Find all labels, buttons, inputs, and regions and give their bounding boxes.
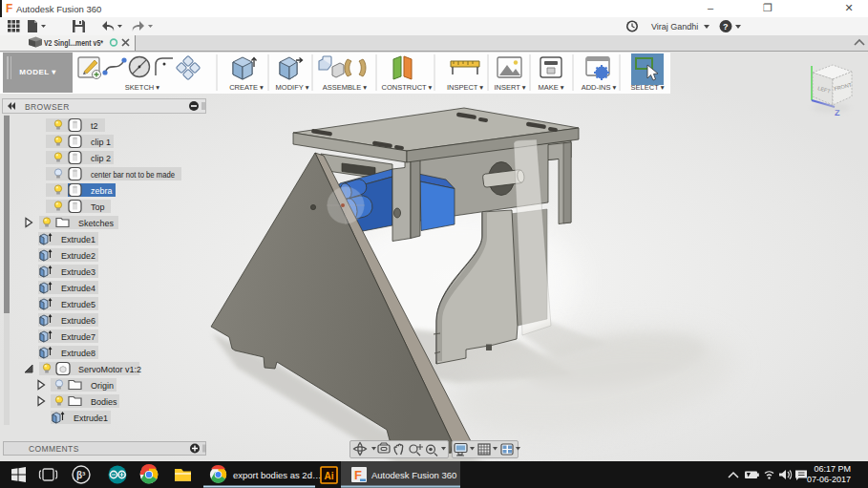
svg-text:Extrude4: Extrude4 bbox=[61, 284, 95, 293]
svg-text:Extrude7: Extrude7 bbox=[61, 332, 95, 342]
svg-text:Origin: Origin bbox=[91, 381, 114, 391]
svg-text:SKETCH ▾: SKETCH ▾ bbox=[125, 83, 160, 92]
svg-text:clip 2: clip 2 bbox=[91, 154, 111, 163]
svg-text:V2 Singl...ment v5*: V2 Singl...ment v5* bbox=[44, 38, 104, 48]
svg-text:Bodies: Bodies bbox=[91, 397, 117, 407]
svg-text:ADD-INS ▾: ADD-INS ▾ bbox=[582, 83, 617, 92]
svg-text:MAKE ▾: MAKE ▾ bbox=[538, 83, 563, 92]
svg-text:ASSEMBLE ▾: ASSEMBLE ▾ bbox=[323, 83, 368, 92]
svg-text:Autodesk Fusion 360: Autodesk Fusion 360 bbox=[371, 470, 456, 480]
svg-text:Extrude1: Extrude1 bbox=[61, 235, 95, 244]
svg-text:center bar not to be made: center bar not to be made bbox=[91, 170, 175, 180]
svg-text:Ai: Ai bbox=[325, 471, 334, 481]
svg-text:t2: t2 bbox=[91, 121, 98, 131]
svg-text:CREATE ▾: CREATE ▾ bbox=[229, 83, 264, 92]
svg-text:Top: Top bbox=[91, 202, 105, 212]
svg-text:export bodies as 2d…: export bodies as 2d… bbox=[233, 470, 321, 480]
svg-text:zebra: zebra bbox=[91, 186, 113, 196]
svg-text:Extrude5: Extrude5 bbox=[61, 300, 95, 309]
svg-text:MODIFY ▾: MODIFY ▾ bbox=[276, 83, 309, 92]
svg-text:β³: β³ bbox=[76, 470, 86, 480]
svg-text:Sketches: Sketches bbox=[78, 219, 115, 228]
svg-text:Extrude2: Extrude2 bbox=[61, 251, 95, 261]
svg-text:INSERT ▾: INSERT ▾ bbox=[494, 83, 525, 92]
svg-text:clip 1: clip 1 bbox=[91, 138, 111, 147]
svg-text:Viraj Gandhi: Viraj Gandhi bbox=[651, 22, 698, 32]
svg-text:Extrude1: Extrude1 bbox=[74, 414, 108, 423]
svg-text:ServoMotor v1:2: ServoMotor v1:2 bbox=[78, 365, 141, 374]
svg-text:Extrude6: Extrude6 bbox=[61, 316, 95, 326]
svg-text:CONSTRUCT ▾: CONSTRUCT ▾ bbox=[382, 83, 433, 92]
svg-text:INSPECT ▾: INSPECT ▾ bbox=[447, 83, 483, 92]
svg-text:Extrude3: Extrude3 bbox=[61, 267, 95, 277]
svg-text:?: ? bbox=[723, 22, 729, 32]
svg-text:Extrude8: Extrude8 bbox=[61, 349, 95, 358]
